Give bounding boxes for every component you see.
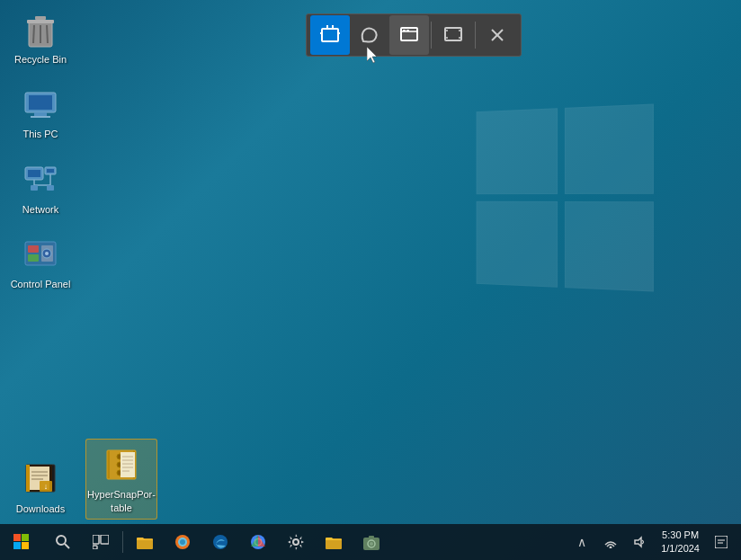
system-clock[interactable]: 5:30 PM 1/1/2024 xyxy=(656,529,705,556)
svg-rect-2 xyxy=(35,16,46,20)
downloads-label: Downloads xyxy=(16,502,65,515)
hypersnap-label: HyperSnapPor­table xyxy=(87,488,156,514)
taskbar-separator xyxy=(122,531,123,553)
search-button[interactable] xyxy=(45,524,81,560)
svg-rect-18 xyxy=(47,185,54,191)
svg-line-5 xyxy=(47,25,48,43)
svg-point-69 xyxy=(180,539,185,545)
svg-rect-21 xyxy=(28,254,39,262)
close-icon xyxy=(487,25,507,45)
taskbar-app-camera[interactable] xyxy=(353,524,389,560)
folder-icon xyxy=(326,534,342,550)
recycle-bin-svg xyxy=(22,11,59,49)
start-icon xyxy=(13,534,30,550)
control-panel-icon[interactable]: Control Panel xyxy=(4,229,76,295)
toolbar-divider xyxy=(431,22,432,49)
svg-rect-59 xyxy=(13,542,21,549)
fullscreen-snip-icon xyxy=(443,25,463,45)
search-icon xyxy=(56,535,70,549)
window-snip-icon xyxy=(399,25,419,45)
taskbar: ∧ 5:30 PM 1/1/2024 xyxy=(0,524,741,560)
svg-rect-82 xyxy=(715,536,728,548)
svg-rect-53 xyxy=(406,30,409,31)
recycle-bin-icon[interactable]: Recycle Bin xyxy=(4,4,76,70)
edge-icon xyxy=(212,534,228,550)
camera-icon xyxy=(363,534,379,550)
snip-fullscreen-button[interactable] xyxy=(433,15,473,55)
taskbar-app-settings[interactable] xyxy=(278,524,314,560)
network-tray-icon[interactable] xyxy=(598,524,623,560)
taskbar-left xyxy=(0,524,389,560)
hypersnap-icon[interactable]: HyperSnapPor­table xyxy=(85,439,157,520)
control-panel-label: Control Panel xyxy=(11,278,71,290)
svg-rect-58 xyxy=(22,534,29,541)
task-view-button[interactable] xyxy=(83,524,119,560)
network-status-icon xyxy=(604,536,617,548)
this-pc-svg xyxy=(22,85,59,123)
taskbar-app-edge[interactable] xyxy=(202,524,238,560)
clock-time: 5:30 PM xyxy=(661,529,700,542)
desktop: Recycle Bin This PC xyxy=(0,0,741,560)
snip-close-button[interactable] xyxy=(478,15,517,55)
svg-rect-45 xyxy=(322,29,338,41)
firefox-icon xyxy=(174,534,191,550)
snip-rect-button[interactable] xyxy=(310,15,350,55)
svg-text:↓: ↓ xyxy=(44,482,49,491)
network-icon[interactable]: Network xyxy=(4,155,76,220)
this-pc-icon[interactable]: This PC xyxy=(4,79,76,145)
chrome-icon xyxy=(250,534,266,550)
start-button[interactable] xyxy=(0,524,43,560)
bottom-icons-row: ↓ Downloads xyxy=(4,439,157,520)
show-hidden-icons-button[interactable]: ∧ xyxy=(569,524,594,560)
svg-rect-27 xyxy=(26,465,30,492)
svg-point-80 xyxy=(610,547,612,549)
snip-toolbar xyxy=(306,13,522,57)
svg-point-74 xyxy=(293,539,299,545)
freeform-snip-icon xyxy=(360,25,379,45)
taskbar-app-folder[interactable] xyxy=(316,524,352,560)
svg-rect-79 xyxy=(369,536,374,538)
notification-center-button[interactable] xyxy=(709,524,734,560)
task-view-icon xyxy=(93,535,109,549)
mouse-cursor xyxy=(367,47,378,63)
svg-rect-54 xyxy=(445,28,461,40)
taskbar-app-file-explorer[interactable] xyxy=(127,524,163,560)
windows-logo-watermark xyxy=(471,108,669,306)
clock-date: 1/1/2024 xyxy=(661,542,700,556)
svg-point-24 xyxy=(45,252,49,255)
svg-rect-7 xyxy=(29,95,52,110)
file-explorer-icon xyxy=(137,534,153,550)
rect-snip-icon xyxy=(320,25,340,45)
volume-tray-icon[interactable] xyxy=(627,524,652,560)
svg-line-62 xyxy=(65,544,69,548)
svg-rect-64 xyxy=(101,535,109,544)
network-svg xyxy=(22,160,59,198)
control-panel-svg xyxy=(22,235,59,272)
svg-point-61 xyxy=(57,536,66,545)
downloads-icon[interactable]: ↓ Downloads xyxy=(4,454,76,520)
svg-line-3 xyxy=(33,25,34,43)
snip-window-button[interactable] xyxy=(389,15,429,55)
taskbar-system-tray: ∧ 5:30 PM 1/1/2024 xyxy=(569,524,741,560)
svg-rect-63 xyxy=(93,535,99,544)
svg-rect-65 xyxy=(93,546,97,549)
downloads-svg: ↓ xyxy=(22,459,59,497)
svg-rect-1 xyxy=(27,20,54,23)
svg-rect-17 xyxy=(31,185,38,191)
svg-point-78 xyxy=(370,542,373,546)
svg-rect-57 xyxy=(13,534,21,541)
this-pc-label: This PC xyxy=(22,128,58,140)
taskbar-app-chrome[interactable] xyxy=(240,524,276,560)
toolbar-divider-2 xyxy=(475,22,476,49)
svg-marker-81 xyxy=(635,538,641,547)
hypersnap-svg xyxy=(103,446,140,484)
desktop-icons-column: Recycle Bin This PC xyxy=(4,4,76,295)
recycle-bin-label: Recycle Bin xyxy=(14,53,67,66)
taskbar-app-firefox[interactable] xyxy=(165,524,201,560)
svg-rect-11 xyxy=(28,170,40,177)
svg-rect-20 xyxy=(28,245,39,253)
svg-rect-8 xyxy=(34,112,47,116)
notification-icon xyxy=(715,536,728,548)
svg-rect-39 xyxy=(121,452,135,477)
svg-rect-52 xyxy=(403,30,406,31)
